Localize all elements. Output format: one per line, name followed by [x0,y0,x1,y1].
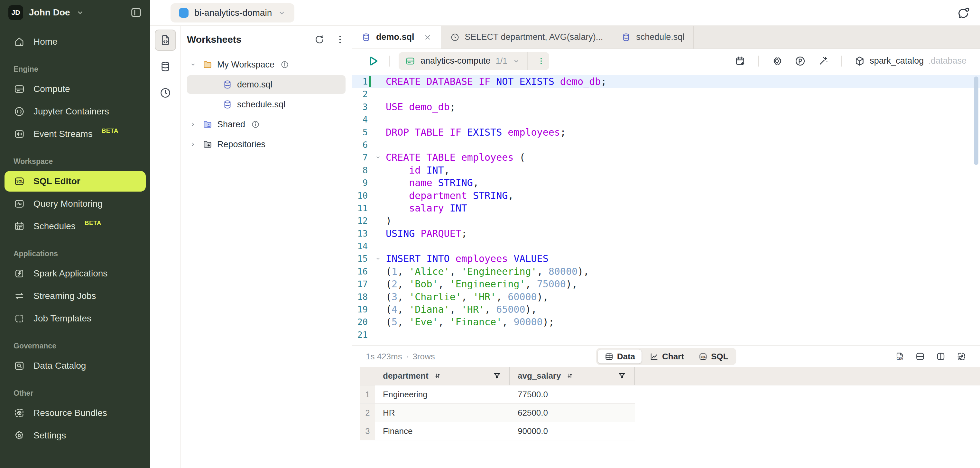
code-lines: 1 CREATE DATABASE IF NOT EXISTS demo_db;… [352,75,980,341]
code-line-6[interactable]: 6 [352,138,980,151]
sidebar-item-spark-applications[interactable]: Spark Applications [5,263,146,284]
compute-selector[interactable]: analytics-compute 1/1 [399,52,549,70]
code-line-21[interactable]: 21 [352,328,980,341]
sidebar-item-event-streams[interactable]: Event Streams BETA [5,124,146,144]
tab-demo-sql[interactable]: demo.sql [352,26,441,49]
rail-database-button[interactable] [155,56,176,77]
settings-gear-icon[interactable] [771,55,783,67]
code-text [385,88,386,100]
code-line-19[interactable]: 19 (4, 'Diana', 'HR', 65000), [352,303,980,316]
view-chart[interactable]: Chart [643,350,690,363]
notifications-icon[interactable] [956,6,970,20]
sort-icon[interactable] [433,371,442,380]
column-header-department[interactable]: department [375,367,510,385]
line-number: 8 [352,164,368,176]
code-line-15[interactable]: 15 INSERT INTO employees VALUES [352,252,980,265]
fold-chevron-icon[interactable] [372,151,385,163]
code-line-5[interactable]: 5 DROP TABLE IF EXISTS employees; [352,126,980,138]
refresh-icon[interactable] [314,34,325,45]
sidebar-item-streaming-jobs[interactable]: Streaming Jobs [5,286,146,306]
code-line-8[interactable]: 8 id INT, [352,164,980,176]
schedule-calendar-icon[interactable] [735,55,746,67]
event-streams-icon [14,128,25,140]
tree-item-shared[interactable]: Shared [187,115,345,134]
export-csv-icon[interactable]: CSV [894,351,905,362]
tree-item-label: demo.sql [237,80,272,90]
filter-icon[interactable] [493,371,501,380]
sidebar-item-data-catalog[interactable]: Data Catalog [5,355,146,376]
tab-select-department-avg-salary[interactable]: SELECT department, AVG(salary)... [441,26,612,49]
tree-item-repositories[interactable]: Repositories [187,135,345,154]
close-icon[interactable] [423,33,432,41]
code-line-10[interactable]: 10 department STRING, [352,189,980,202]
kebab-menu-icon[interactable] [335,34,345,45]
code-line-2[interactable]: 2 [352,88,980,100]
info-icon[interactable] [251,120,260,129]
split-horizontal-icon[interactable] [915,351,925,362]
code-line-16[interactable]: 16 (1, 'Alice', 'Engineering', 80000), [352,265,980,278]
content-area: Worksheets My Workspace [150,26,980,468]
sidebar-item-job-templates[interactable]: Job Templates [5,308,146,329]
view-sql[interactable]: SQLSQL [692,350,735,363]
code-line-18[interactable]: 18 (3, 'Charlie', 'HR', 60000), [352,290,980,303]
split-vertical-icon[interactable] [935,351,946,362]
domain-selector[interactable]: bi-analytics-domain [170,3,294,22]
chevron-right-icon[interactable] [189,140,197,149]
table-row[interactable]: 1 Engineering77500.0 [360,386,635,404]
parameters-icon[interactable] [794,55,806,67]
tree-item-schedule-sql[interactable]: schedule.sql [187,95,345,114]
tab-label: SELECT department, AVG(salary)... [465,32,603,42]
sidebar-item-query-monitoring[interactable]: Query Monitoring [5,194,146,214]
column-header-avg-salary[interactable]: avg_salary [510,367,635,385]
tab-schedule-sql[interactable]: schedule.sql [612,26,694,49]
code-line-13[interactable]: 13 USING PARQUET; [352,227,980,240]
sidebar-item-sql-editor[interactable]: SQLSQL Editor [5,171,146,192]
code-text [385,240,386,252]
fold-chevron-icon[interactable] [372,252,385,265]
divider [389,56,390,67]
chevron-down-icon[interactable] [189,60,197,69]
worksheets-region: Worksheets My Workspace [150,26,352,468]
worksheets-header: Worksheets [187,31,345,48]
editor-scrollbar[interactable] [974,76,978,165]
filter-icon[interactable] [617,371,627,380]
user-name[interactable]: John Doe [29,7,70,18]
sidebar-collapse-icon[interactable] [130,6,143,19]
table-row[interactable]: 3 Finance90000.0 [360,422,635,440]
code-line-9[interactable]: 9 name STRING, [352,176,980,189]
code-line-4[interactable]: 4 [352,113,980,126]
run-button[interactable] [366,54,380,68]
magic-wand-icon[interactable] [818,55,829,67]
tree-item-demo-sql[interactable]: demo.sql [187,75,345,94]
code-line-7[interactable]: 7 CREATE TABLE employees ( [352,151,980,163]
sidebar-item-compute[interactable]: Compute [5,79,146,99]
sidebar-item-home[interactable]: Home [5,32,146,52]
sidebar-item-resource-bundles[interactable]: Resource Bundles [5,403,146,423]
rail-history-button[interactable] [155,82,176,103]
tree-item-my-workspace[interactable]: My Workspace [187,55,345,74]
chevron-right-icon[interactable] [189,120,197,129]
sort-icon[interactable] [565,371,574,380]
view-data[interactable]: Data [598,350,641,363]
code-line-1[interactable]: 1 CREATE DATABASE IF NOT EXISTS demo_db; [352,75,980,88]
code-line-17[interactable]: 17 (2, 'Bob', 'Engineering', 75000), [352,278,980,290]
code-line-20[interactable]: 20 (5, 'Eve', 'Finance', 90000); [352,316,980,328]
db-file-icon [222,99,232,109]
code-line-14[interactable]: 14 [352,240,980,252]
expand-icon[interactable] [956,351,966,362]
avatar[interactable]: JD [8,5,23,20]
compute-count: 1/1 [496,56,508,66]
sidebar-item-jupyter-containers[interactable]: Jupyter Containers [5,101,146,122]
catalog-selector[interactable]: spark_catalog.database [854,56,966,67]
compute-menu-button[interactable] [533,52,549,70]
code-editor[interactable]: 1 CREATE DATABASE IF NOT EXISTS demo_db;… [352,73,980,346]
chevron-down-icon[interactable] [76,8,84,17]
code-line-3[interactable]: 3 USE demo_db; [352,101,980,113]
code-line-11[interactable]: 11 salary INT [352,202,980,214]
sidebar-item-schedules[interactable]: Schedules BETA [5,216,146,236]
sidebar-item-settings[interactable]: Settings [5,425,146,446]
rail-worksheets-button[interactable] [155,30,176,51]
table-row[interactable]: 2 HR62500.0 [360,404,635,422]
code-line-12[interactable]: 12 ) [352,214,980,227]
info-icon[interactable] [280,60,289,69]
